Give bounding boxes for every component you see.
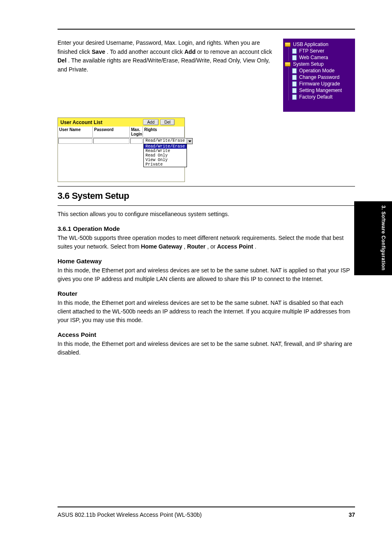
nav-usb-application[interactable]: USB Application — [285, 41, 353, 48]
opmode-text-d: . — [255, 243, 256, 250]
opmode-text-c: , or — [207, 243, 217, 250]
intro-text-2: . To add another account click — [107, 48, 184, 55]
opmode-hg: Home Gateway — [141, 243, 182, 250]
col-maxlogin: Max. Login — [130, 127, 143, 138]
nav-pw-label: Change Password — [299, 74, 339, 80]
nav-fw-label: Firmware Upgrade — [299, 81, 340, 87]
subsection-heading: 3.6.1 Operation Mode — [58, 225, 355, 232]
doc-icon — [292, 68, 297, 74]
operation-mode-text: The WL-500b supports three operation mod… — [58, 234, 355, 251]
chapter-tab: 3. Software Configuration — [354, 201, 392, 275]
rights-option[interactable]: Private — [144, 162, 187, 167]
nav-op-label: Operation Mode — [299, 68, 334, 74]
rule-above-heading — [58, 186, 355, 187]
doc-icon — [292, 94, 297, 100]
nav-tree: USB Application FTP Server Web Camera Sy… — [283, 39, 355, 112]
nav-usb-label: USB Application — [293, 41, 328, 47]
opmode-ap: Access Point — [217, 243, 253, 250]
footer-product: ASUS 802.11b Pocket Wireless Access Poin… — [58, 511, 202, 518]
nav-web-camera[interactable]: Web Camera — [292, 54, 353, 61]
maxlogin-input[interactable] — [130, 138, 143, 144]
col-username: User Name — [58, 127, 93, 138]
rights-option[interactable]: Read/Write/Erase — [144, 144, 187, 149]
nav-sys-label: System Setup — [293, 61, 324, 67]
account-input-row: Read/Write/Erase Read/Write/Erase Read/W… — [58, 138, 184, 145]
username-input[interactable] — [58, 138, 92, 144]
folder-icon — [285, 62, 291, 67]
add-button[interactable]: Add — [143, 119, 159, 125]
nav-system-setup[interactable]: System Setup — [285, 61, 353, 67]
account-columns: User Name Password Max. Login Rights — [58, 127, 184, 138]
chapter-tab-label: 3. Software Configuration — [380, 205, 386, 275]
nav-setting-management[interactable]: Setting Mangement — [292, 87, 353, 94]
nav-sm-label: Setting Mangement — [299, 88, 342, 93]
rights-option[interactable]: View Only — [144, 158, 187, 162]
section-intro: This section allows you to configure mis… — [58, 210, 355, 219]
nav-change-password[interactable]: Change Password — [292, 74, 353, 81]
user-account-list-panel: User Account List Add Del User Name Pass… — [58, 117, 185, 182]
access-point-text: In this mode, the Ethernet port and wire… — [58, 340, 355, 357]
rights-options-list: Read/Write/Erase Read/Write Read Only Vi… — [143, 144, 187, 167]
page-footer: ASUS 802.11b Pocket Wireless Access Poin… — [58, 507, 355, 518]
intro-text-4: . The available rights are Read/Write/Er… — [58, 57, 270, 73]
footer-rule — [58, 507, 355, 507]
rights-option[interactable]: Read/Write — [144, 149, 187, 153]
del-label: Del — [58, 57, 67, 64]
page-number: 37 — [348, 511, 355, 518]
nav-fd-label: Factory Default — [299, 94, 332, 100]
add-label: Add — [184, 48, 196, 55]
intro-text-3: or to remove an account click — [197, 48, 272, 55]
del-button[interactable]: Del — [160, 119, 175, 125]
doc-icon — [292, 81, 297, 87]
nav-factory-default[interactable]: Factory Default — [292, 94, 353, 100]
top-rule — [58, 29, 355, 30]
save-label: Save — [92, 48, 105, 55]
chevron-down-icon[interactable] — [187, 138, 192, 144]
opmode-rt: Router — [187, 243, 205, 250]
home-gateway-title: Home Gateway — [58, 258, 355, 265]
opmode-text-b: , — [184, 243, 187, 250]
intro-paragraph: Enter your desired Username, Password, M… — [58, 39, 275, 112]
rule-below-heading — [58, 205, 355, 206]
user-account-list-title: User Account List — [60, 120, 102, 125]
folder-icon — [285, 42, 291, 47]
router-title: Router — [58, 290, 355, 297]
doc-icon — [292, 48, 297, 54]
rights-dropdown[interactable]: Read/Write/Erase — [143, 138, 193, 144]
router-text: In this mode, the Ethernet port and wire… — [58, 299, 355, 325]
nav-ftp-server[interactable]: FTP Server — [292, 48, 353, 54]
user-account-list-header: User Account List Add Del — [58, 118, 184, 127]
nav-operation-mode[interactable]: Operation Mode — [292, 67, 353, 74]
section-heading: 3.6 System Setup — [58, 191, 355, 201]
col-rights: Rights — [143, 127, 184, 138]
nav-ftp-label: FTP Server — [299, 48, 324, 54]
rights-option[interactable]: Read Only — [144, 153, 187, 158]
nav-cam-label: Web Camera — [299, 55, 328, 60]
rights-selected: Read/Write/Erase — [144, 138, 187, 144]
doc-icon — [292, 88, 297, 93]
doc-icon — [292, 55, 297, 60]
col-password: Password — [93, 127, 130, 138]
header-accent — [176, 119, 182, 125]
nav-firmware-upgrade[interactable]: Firmware Upgrade — [292, 81, 353, 87]
password-input[interactable] — [93, 138, 129, 144]
doc-icon — [292, 75, 297, 80]
home-gateway-text: In this mode, the Ethernet port and wire… — [58, 266, 355, 283]
access-point-title: Access Point — [58, 331, 355, 338]
